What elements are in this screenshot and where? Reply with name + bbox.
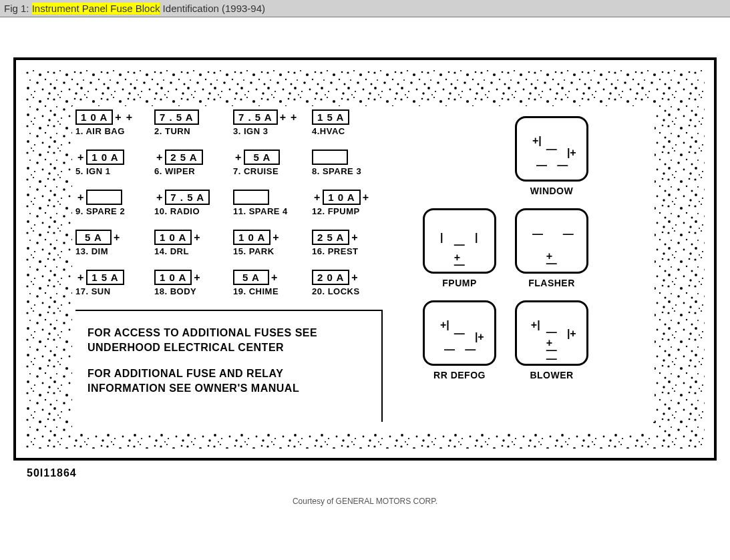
figure-caption-bar: Fig 1: Instrument Panel Fuse Block Ident… [0, 0, 730, 17]
relay-box: +||+——— [423, 300, 496, 366]
plus-icon: + [289, 111, 299, 123]
relay-pin: | [475, 232, 478, 243]
fuse-cell: 8. SPARE 3 [312, 150, 379, 176]
fuse-amp-row: 2 0 A+ [312, 270, 379, 285]
relay-pin: + [546, 251, 552, 262]
fuse-amp-box: 1 0 A [86, 150, 124, 165]
fig-highlight: Instrument Panel Fuse Block [32, 3, 160, 14]
relay-pin: — [546, 354, 556, 364]
relay-pin: +| [531, 320, 540, 330]
relay-box: +||+——— [515, 116, 588, 182]
fuse-row: +1 0 A5. IGN 1+2 5 A6. WIPER+5 A7. CRUIS… [75, 150, 383, 176]
relay-pin: |+ [567, 328, 576, 339]
relay-pin: — [557, 160, 566, 171]
fuse-grid: 1 0 A++1. AIR BAG7 . 5 A2. TURN7 . 5 A++… [75, 109, 383, 296]
relay-box: ———+ [515, 208, 588, 274]
fuse-amp-box: 2 5 A [312, 230, 349, 245]
fuse-amp-box: 1 0 A [154, 270, 192, 285]
fuse-label: 9. SPARE 2 [75, 206, 142, 216]
relay-pin: | [440, 232, 443, 243]
fuse-row: + 9. SPARE 2+7 . 5 A10. RADIO 11. SPARE … [75, 190, 383, 216]
plus-icon: + [75, 272, 86, 284]
fuse-cell: 11. SPARE 4 [233, 190, 300, 216]
relay-row: +||+———RR DEFOG+||+—+——BLOWER [423, 300, 588, 380]
fuse-label: 2. TURN [154, 126, 221, 136]
fuse-label: 7. CRUISE [233, 166, 300, 176]
fuse-cell: +1 5 A17. SUN [75, 270, 142, 296]
relay-label: WINDOW [515, 186, 588, 196]
relay-box: ||—+— [423, 208, 496, 274]
fuse-cell: 2 0 A+20. LOCKS [312, 270, 379, 296]
fuse-row: +1 5 A17. SUN1 0 A+18. BODY5 A+19. CHIME… [75, 270, 383, 296]
fuse-label: 8. SPARE 3 [312, 166, 379, 176]
fuse-cell: +1 0 A5. IGN 1 [75, 150, 142, 176]
fuse-amp-box: 2 5 A [165, 150, 202, 165]
fig-prefix: Fig 1: [4, 3, 32, 14]
relay-pin: — [536, 160, 546, 171]
fuse-amp-row: 1 0 A+ [154, 270, 221, 285]
notes-box: FOR ACCESS TO ADDITIONAL FUSES SEE UNDER… [75, 310, 383, 422]
plus-icon: + [124, 111, 135, 123]
plus-icon: + [113, 111, 124, 123]
relay-pin: +| [532, 135, 542, 146]
fuse-amp-row: 5 A+ [233, 270, 300, 285]
relay-label: BLOWER [515, 370, 588, 380]
fuse-label: 3. IGN 3 [233, 126, 300, 136]
fuse-cell: +2 5 A6. WIPER [154, 150, 221, 176]
content-area: 1 0 A++1. AIR BAG7 . 5 A2. TURN7 . 5 A++… [75, 109, 655, 422]
plus-icon: + [192, 272, 202, 284]
relay-pin: +| [440, 320, 449, 330]
fig-suffix: Identification (1993-94) [160, 3, 265, 14]
relay-window: +||+———WINDOW [515, 116, 588, 196]
relay-pin: — [454, 328, 464, 339]
relay-pin: |+ [475, 332, 484, 342]
relay-label: FLASHER [515, 278, 588, 288]
fuse-cell: 7 . 5 A++3. IGN 3 [233, 109, 300, 136]
fuse-amp-row: 7 . 5 A [154, 109, 221, 125]
relay-rr-defog: +||+———RR DEFOG [423, 300, 496, 380]
plus-icon: + [278, 111, 289, 123]
fuse-cell: +7 . 5 A10. RADIO [154, 190, 221, 216]
fuse-label: 17. SUN [75, 286, 142, 296]
plus-icon: + [349, 232, 360, 244]
fuse-cell: +5 A7. CRUISE [233, 150, 300, 176]
relay-pin: — [546, 327, 556, 338]
fuse-cell: +1 0 A+12. FPUMP [312, 190, 379, 216]
fuse-amp-box: 1 0 A [154, 230, 192, 245]
fuse-cell: 5 A+19. CHIME [233, 270, 300, 296]
relay-label: FPUMP [423, 278, 496, 288]
relay-pin: — [532, 229, 542, 240]
fuse-amp-box: 1 5 A [312, 109, 349, 125]
plus-icon: + [349, 272, 360, 284]
fuse-label: 1. AIR BAG [75, 126, 142, 136]
fuse-cell: 1 0 A+18. BODY [154, 270, 221, 296]
fuse-amp-row: 1 0 A+ [154, 230, 221, 245]
fuse-row: 1 0 A++1. AIR BAG7 . 5 A2. TURN7 . 5 A++… [75, 109, 383, 136]
relay-pin: — [454, 240, 464, 250]
relay-pin: — [465, 344, 474, 355]
relay-area: +||+———WINDOW||—+—FPUMP———+FLASHER+||+——… [423, 109, 588, 422]
fuse-cell: 7 . 5 A2. TURN [154, 109, 221, 136]
plus-icon: + [312, 192, 323, 204]
fuse-amp-row: 5 A+ [75, 230, 142, 245]
fuse-amp-row: 1 0 A+ [233, 230, 300, 245]
fuse-amp-row: + [75, 190, 142, 205]
fuse-cell: 2 5 A+16. PREST [312, 230, 379, 256]
fuse-cell: 1 0 A+15. PARK [233, 230, 300, 256]
fuse-amp-box: 7 . 5 A [154, 109, 199, 125]
diagram-id-code: 50I11864 [27, 467, 730, 479]
fuse-amp-box: 5 A [75, 230, 112, 245]
plus-icon: + [269, 272, 280, 284]
relay-box: +||+—+—— [515, 300, 588, 366]
fuse-label: 6. WIPER [154, 166, 221, 176]
fuse-amp-box: 1 0 A [323, 190, 360, 205]
fuse-amp-box [86, 190, 122, 205]
fuse-label: 19. CHIME [233, 286, 300, 296]
fuse-amp-box: 7 . 5 A [233, 109, 278, 125]
relay-pin: — [563, 229, 572, 240]
plus-icon: + [154, 152, 165, 164]
fuse-amp-box [312, 150, 348, 165]
fuse-amp-row: +1 5 A [75, 270, 142, 285]
fuse-amp-row: +5 A [233, 150, 300, 165]
plus-icon: + [270, 232, 281, 244]
